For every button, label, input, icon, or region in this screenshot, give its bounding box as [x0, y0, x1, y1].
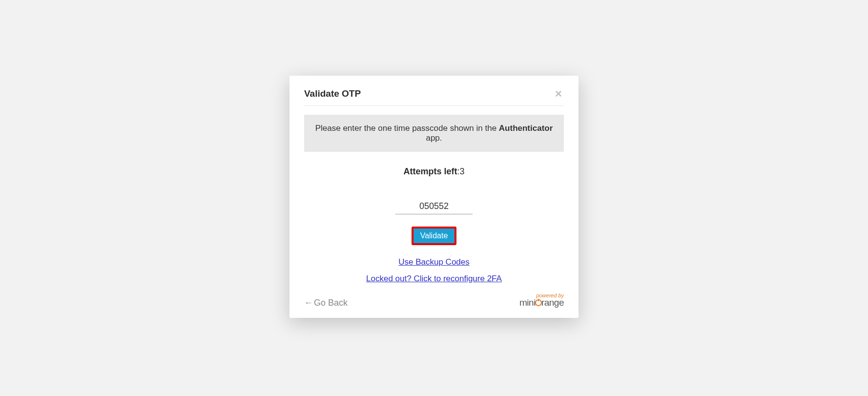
info-text-suffix: app.: [426, 133, 442, 143]
attempts-value: 3: [460, 167, 465, 176]
info-message: Please enter the one time passcode shown…: [304, 115, 564, 152]
backup-codes-link[interactable]: Use Backup Codes: [398, 257, 470, 267]
brand-part2: range: [541, 297, 564, 308]
locked-out-row: Locked out? Click to reconfigure 2FA: [304, 274, 564, 284]
info-text-prefix: Please enter the one time passcode shown…: [315, 124, 499, 133]
info-text-bold: Authenticator: [499, 124, 553, 133]
close-button[interactable]: ×: [553, 88, 564, 100]
otp-input[interactable]: [395, 199, 473, 214]
modal-footer: ← Go Back powered by minirange: [304, 292, 564, 308]
backup-codes-row: Use Backup Codes: [304, 257, 564, 267]
brand-part1: mini: [519, 297, 536, 308]
modal-title: Validate OTP: [304, 88, 361, 99]
attempts-row: Attempts left:3: [304, 167, 564, 177]
brand-orange-icon: [535, 299, 542, 306]
powered-by-badge: powered by minirange: [519, 292, 564, 308]
locked-out-link[interactable]: Locked out? Click to reconfigure 2FA: [366, 274, 502, 283]
modal-header: Validate OTP ×: [304, 88, 564, 106]
arrow-left-icon: ←: [304, 298, 313, 308]
brand-logo: minirange: [519, 297, 564, 308]
go-back-button[interactable]: ← Go Back: [304, 298, 348, 308]
validate-row: Validate: [304, 227, 564, 245]
attempts-label: Attempts left: [403, 167, 457, 176]
otp-modal: Validate OTP × Please enter the one time…: [289, 76, 579, 318]
validate-button[interactable]: Validate: [412, 227, 457, 245]
go-back-label: Go Back: [314, 298, 348, 308]
